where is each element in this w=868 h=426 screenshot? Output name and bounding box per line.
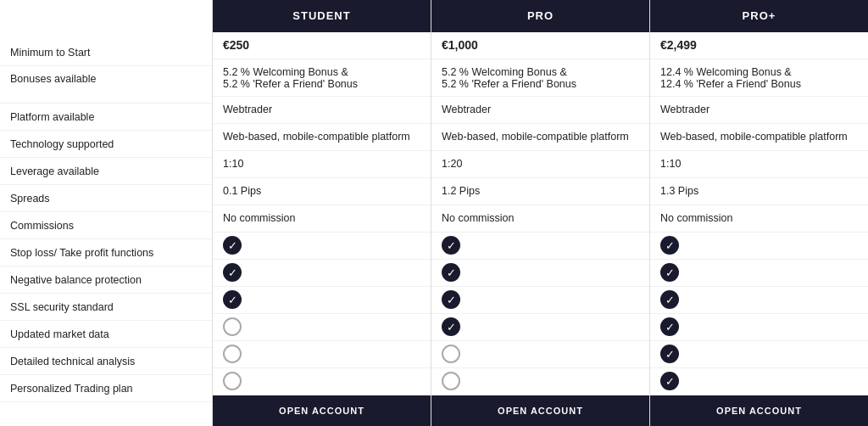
proplus-ssl: ✓	[650, 287, 868, 314]
pro-platform: Webtrader	[431, 97, 649, 124]
pro-commissions: No commission	[431, 205, 649, 233]
label-stop-loss: Stop loss/ Take profit functions	[0, 239, 212, 266]
student-platform: Webtrader	[213, 97, 431, 124]
plan-proplus: PRO+ €2,499 12.4 % Welcoming Bonus & 12.…	[649, 0, 868, 426]
label-bonuses: Bonuses available	[0, 66, 212, 104]
proplus-technical-analysis-icon: ✓	[660, 345, 679, 363]
labels-btn-spacer	[0, 402, 212, 426]
plan-pro: PRO €1,000 5.2 % Welcoming Bonus & 5.2 %…	[431, 0, 649, 426]
pro-negative-balance: ✓	[431, 260, 649, 287]
label-trading-plan: Personalized Trading plan	[0, 375, 212, 402]
label-technology: Technology supported	[0, 131, 212, 158]
proplus-ssl-icon: ✓	[660, 290, 679, 309]
student-stop-loss: ✓	[213, 233, 431, 260]
plan-columns: STUDENT €250 5.2 % Welcoming Bonus & 5.2…	[212, 0, 868, 426]
pro-trading-plan-icon: ○	[442, 372, 460, 390]
label-spreads: Spreads	[0, 185, 212, 212]
label-minimum: Minimum to Start	[0, 39, 212, 66]
student-spreads: 0.1 Pips	[213, 178, 431, 205]
proplus-stop-loss-icon: ✓	[660, 236, 679, 255]
plan-student: STUDENT €250 5.2 % Welcoming Bonus & 5.2…	[212, 0, 431, 426]
proplus-market-data-icon: ✓	[660, 317, 679, 336]
proplus-negative-balance: ✓	[650, 260, 868, 287]
student-minimum: €250	[213, 32, 431, 59]
student-stop-loss-icon: ✓	[223, 236, 242, 255]
proplus-open-account-button[interactable]: OPEN ACCOUNT	[650, 395, 868, 426]
student-negative-balance-icon: ✓	[223, 263, 242, 282]
label-negative-balance: Negative balance protection	[0, 266, 212, 294]
proplus-header: PRO+	[650, 0, 868, 32]
student-market-data: ○	[213, 314, 431, 341]
proplus-platform: Webtrader	[650, 97, 868, 124]
label-ssl: SSL security standard	[0, 294, 212, 321]
labels-column: Minimum to Start Bonuses available Platf…	[0, 0, 212, 426]
pro-negative-balance-icon: ✓	[442, 263, 460, 282]
label-leverage: Leverage available	[0, 158, 212, 185]
student-market-data-icon: ○	[223, 317, 242, 336]
student-technical-analysis-icon: ○	[223, 345, 242, 363]
proplus-leverage: 1:10	[650, 151, 868, 178]
student-open-account-button[interactable]: OPEN ACCOUNT	[213, 395, 431, 426]
proplus-technology: Web-based, mobile-compatible platform	[650, 124, 868, 151]
pro-leverage: 1:20	[431, 151, 649, 178]
pro-ssl: ✓	[431, 287, 649, 314]
proplus-market-data: ✓	[650, 314, 868, 341]
labels-header	[0, 0, 212, 39]
pricing-table: Minimum to Start Bonuses available Platf…	[0, 0, 868, 426]
student-leverage: 1:10	[213, 151, 431, 178]
pro-technology: Web-based, mobile-compatible platform	[431, 124, 649, 151]
label-commissions: Commissions	[0, 212, 212, 239]
proplus-negative-balance-icon: ✓	[660, 263, 679, 282]
pro-minimum: €1,000	[431, 32, 649, 59]
pro-ssl-icon: ✓	[442, 290, 460, 309]
pro-stop-loss-icon: ✓	[442, 236, 460, 255]
student-negative-balance: ✓	[213, 260, 431, 287]
proplus-stop-loss: ✓	[650, 233, 868, 260]
proplus-technical-analysis: ✓	[650, 341, 868, 368]
pro-bonuses: 5.2 % Welcoming Bonus & 5.2 % 'Refer a F…	[431, 59, 649, 97]
pro-technical-analysis-icon: ○	[442, 345, 460, 363]
student-technology: Web-based, mobile-compatible platform	[213, 124, 431, 151]
student-ssl: ✓	[213, 287, 431, 314]
proplus-bonuses: 12.4 % Welcoming Bonus & 12.4 % 'Refer a…	[650, 59, 868, 97]
student-technical-analysis: ○	[213, 341, 431, 368]
label-market-data: Updated market data	[0, 321, 212, 348]
pro-trading-plan: ○	[431, 368, 649, 395]
student-header: STUDENT	[213, 0, 431, 32]
proplus-minimum: €2,499	[650, 32, 868, 59]
label-technical-analysis: Detailed technical analysis	[0, 348, 212, 375]
proplus-trading-plan-icon: ✓	[660, 372, 679, 390]
proplus-spreads: 1.3 Pips	[650, 178, 868, 205]
student-commissions: No commission	[213, 205, 431, 233]
student-trading-plan-icon: ○	[223, 372, 242, 390]
proplus-trading-plan: ✓	[650, 368, 868, 395]
label-platform: Platform available	[0, 104, 212, 131]
pro-header: PRO	[431, 0, 649, 32]
student-bonuses: 5.2 % Welcoming Bonus & 5.2 % 'Refer a F…	[213, 59, 431, 97]
pro-open-account-button[interactable]: OPEN ACCOUNT	[431, 395, 649, 426]
student-ssl-icon: ✓	[223, 290, 242, 309]
pro-technical-analysis: ○	[431, 341, 649, 368]
pro-market-data-icon: ✓	[442, 317, 460, 336]
proplus-commissions: No commission	[650, 205, 868, 233]
pro-spreads: 1.2 Pips	[431, 178, 649, 205]
student-trading-plan: ○	[213, 368, 431, 395]
pro-market-data: ✓	[431, 314, 649, 341]
pro-stop-loss: ✓	[431, 233, 649, 260]
